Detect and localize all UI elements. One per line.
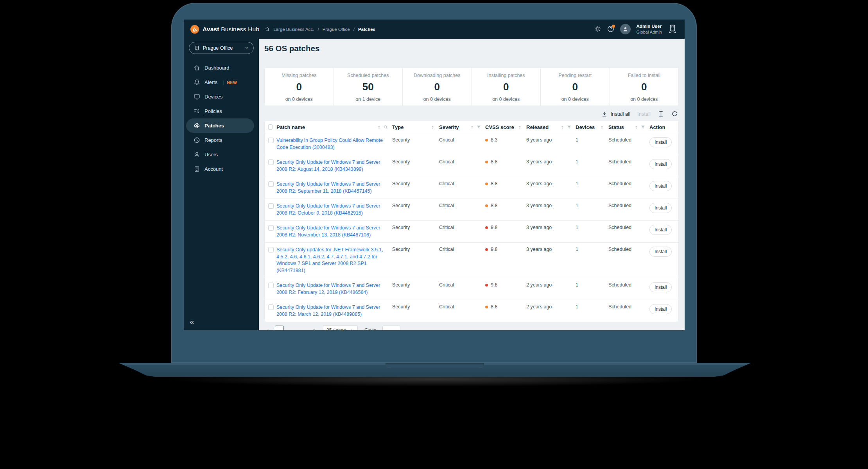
patch-name-link[interactable]: Security Only Update for Windows 7 and S… (276, 203, 389, 217)
page-number-2[interactable] (287, 326, 296, 330)
row-height-icon[interactable] (658, 111, 664, 117)
pagination: 25 / page Go to (264, 325, 679, 330)
row-install-button[interactable]: Install (649, 137, 672, 147)
cvss-value: 9.8 (491, 225, 497, 230)
sidebar-item-alerts[interactable]: Alerts | NEW (186, 75, 254, 90)
select-all-checkbox[interactable] (268, 124, 273, 130)
install-all-button[interactable]: Install all (601, 111, 630, 117)
prev-page-icon[interactable] (264, 326, 272, 331)
row-install-button[interactable]: Install (649, 304, 672, 314)
help-icon[interactable] (607, 25, 614, 32)
patch-status: Scheduled (608, 177, 649, 199)
sidebar-item-users[interactable]: Users (186, 147, 254, 162)
row-install-button[interactable]: Install (649, 225, 672, 235)
sort-icon[interactable] (377, 125, 382, 130)
table-header-cell-severity[interactable]: Severity (439, 121, 485, 133)
table-header-cell-cvss-score[interactable]: CVSS score (485, 121, 526, 133)
goto-label: Go to (364, 328, 377, 331)
sidebar-item-reports[interactable]: Reports (186, 133, 254, 147)
patch-status: Scheduled (608, 133, 649, 155)
patch-name-link[interactable]: Security Only Update for Windows 7 and S… (276, 282, 389, 296)
sidebar-item-policies[interactable]: Policies (186, 104, 254, 118)
patch-name-link[interactable]: Security Only updates for .NET Framework… (276, 247, 389, 274)
stats-bar: Missing patches 0 on 0 devices Scheduled… (264, 68, 679, 106)
row-checkbox[interactable] (268, 203, 274, 209)
stat-label: Pending restart (541, 73, 610, 78)
sort-icon[interactable] (560, 125, 565, 130)
next-page-icon[interactable] (310, 326, 318, 331)
table-header-cell-devices[interactable]: Devices (576, 121, 608, 133)
patches-icon (194, 122, 200, 129)
sort-icon[interactable] (470, 125, 475, 130)
sidebar-item-account[interactable]: Account (186, 162, 254, 176)
goto-page-input[interactable] (382, 326, 400, 330)
breadcrumb: Large Business Acc. / Prague Office / Pa… (265, 27, 375, 32)
user-avatar[interactable] (620, 24, 631, 34)
stat-subtext: on 1 device (334, 97, 403, 102)
table-header-cell-type[interactable]: Type (392, 121, 439, 133)
patch-name-link[interactable]: Security Only Update for Windows 7 and S… (276, 225, 389, 238)
row-checkbox[interactable] (268, 181, 274, 187)
table-header-cell-action[interactable]: Action (649, 121, 679, 133)
filter-icon[interactable] (476, 125, 481, 130)
patch-type: Security (392, 199, 439, 221)
sidebar-item-patches[interactable]: Patches (186, 118, 254, 133)
page-number-1[interactable] (275, 326, 284, 330)
patch-released: 3 years ago (526, 177, 576, 199)
row-checkbox[interactable] (268, 225, 274, 231)
sort-icon[interactable] (599, 125, 604, 130)
filter-icon[interactable] (567, 125, 572, 130)
tabs (264, 59, 679, 64)
chevron-down-icon (350, 328, 354, 330)
row-install-button[interactable]: Install (649, 282, 672, 292)
sidebar-item-dashboard[interactable]: Dashboard (186, 61, 254, 75)
breadcrumb-item-patches[interactable]: Patches (358, 27, 375, 32)
patch-released: 6 years ago (526, 133, 576, 155)
breadcrumb-item-prague-office[interactable]: Prague Office / (323, 27, 355, 32)
company-switcher-icon[interactable] (668, 24, 677, 34)
table-header-cell-released[interactable]: Released (526, 121, 576, 133)
stat-label: Installing patches (472, 73, 541, 78)
row-install-button[interactable]: Install (649, 181, 672, 191)
table-header-cell-status[interactable]: Status (608, 121, 649, 133)
page-number-3[interactable] (298, 326, 307, 330)
row-checkbox[interactable] (268, 159, 274, 165)
row-checkbox[interactable] (268, 283, 274, 288)
laptop-base (118, 363, 751, 377)
install-button[interactable]: Install (637, 111, 651, 117)
sort-icon[interactable] (430, 125, 435, 130)
row-checkbox[interactable] (268, 247, 274, 252)
patch-severity: Critical (439, 243, 485, 278)
breadcrumb-item-large-business-acc[interactable]: Large Business Acc. / (273, 27, 319, 32)
cvss-value: 8.8 (491, 159, 497, 165)
table-row: Security Only Update for Windows 7 and S… (265, 300, 679, 322)
refresh-icon[interactable] (671, 111, 678, 117)
user-info[interactable]: Admin User Global Admin (637, 23, 662, 35)
sidebar-collapse-icon[interactable]: « (190, 317, 194, 326)
sidebar-item-devices[interactable]: Devices (186, 90, 254, 104)
org-selector[interactable]: Prague Office (189, 42, 254, 54)
table-header-cell-patch-name[interactable]: Patch name (276, 121, 392, 133)
home-icon[interactable] (265, 27, 270, 32)
patch-type: Security (392, 155, 439, 177)
row-checkbox[interactable] (268, 304, 274, 310)
policies-icon (194, 108, 200, 115)
search-icon[interactable] (383, 125, 388, 130)
table-header-cell[interactable] (265, 121, 276, 133)
sort-icon[interactable] (517, 125, 522, 130)
row-install-button[interactable]: Install (649, 247, 672, 257)
patch-status: Scheduled (608, 199, 649, 221)
page-size-select[interactable]: 25 / page (323, 325, 358, 330)
patch-name-link[interactable]: Security Only Update for Windows 7 and S… (276, 159, 389, 173)
row-checkbox[interactable] (268, 138, 274, 143)
sort-icon[interactable] (634, 125, 639, 130)
row-install-button[interactable]: Install (649, 203, 672, 213)
patch-devices: 1 (576, 278, 608, 300)
patch-type: Security (392, 278, 439, 300)
patch-name-link[interactable]: Security Only Update for Windows 7 and S… (276, 181, 389, 195)
settings-gear-icon[interactable] (594, 25, 601, 32)
patch-name-link[interactable]: Vulnerability in Group Policy Could Allo… (276, 137, 389, 151)
row-install-button[interactable]: Install (649, 159, 672, 169)
patch-name-link[interactable]: Security Only Update for Windows 7 and S… (276, 304, 389, 318)
filter-icon[interactable] (640, 125, 646, 130)
